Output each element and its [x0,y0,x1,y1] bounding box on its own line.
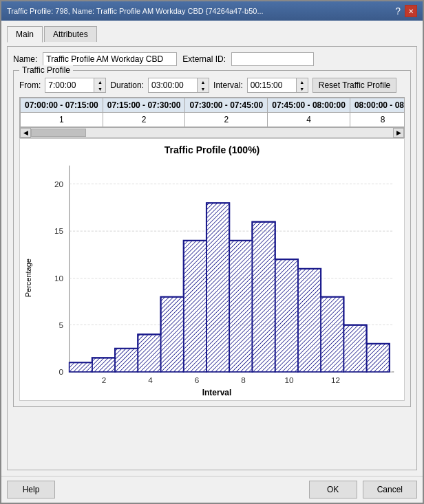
interval-spinner: ▲ ▼ [247,78,308,93]
col-header-0: 07:00:00 - 07:15:00 [21,98,103,113]
ok-button[interactable]: OK [309,481,357,498]
bar-14 [367,344,390,372]
interval-input[interactable] [248,79,296,91]
tab-bar: Main Attributes [7,26,417,42]
name-row: Name: External ID: [13,52,411,66]
x-axis-label: Interval [32,388,401,397]
close-button[interactable]: ✕ [405,5,417,17]
bar-11 [298,269,321,372]
help-icon[interactable]: ? [394,6,402,17]
bottom-bar: Help OK Cancel [1,476,423,503]
tab-main[interactable]: Main [7,26,43,43]
from-label: From: [19,80,41,90]
bar-8 [229,241,252,372]
from-up[interactable]: ▲ [94,78,105,85]
cancel-button[interactable]: Cancel [363,481,417,498]
duration-spinner: ▲ ▼ [148,78,209,93]
cell-0-4: 8 [350,113,405,127]
window-title: Traffic Profile: 798, Name: Traffic Prof… [7,7,394,15]
traffic-profile-section: Traffic Profile From: ▲ ▼ Duration: [13,70,411,407]
external-id-label: External ID: [182,54,226,64]
scroll-thumb[interactable] [31,129,86,137]
help-button[interactable]: Help [7,481,55,498]
duration-arrows: ▲ ▼ [197,78,209,92]
from-spinner: ▲ ▼ [45,78,106,93]
col-header-4: 08:00:00 - 08... [350,98,405,113]
svg-text:2: 2 [102,375,107,384]
title-bar: Traffic Profile: 798, Name: Traffic Prof… [1,1,423,21]
svg-text:5: 5 [59,320,63,329]
chart-area: Percentage [23,158,401,397]
bar-2 [92,358,115,371]
scroll-track[interactable] [31,128,393,138]
table-row: 1 2 2 4 8 [21,113,405,127]
chart-title: Traffic Profile (100%) [165,144,260,155]
table-wrapper: 07:00:00 - 07:15:00 07:15:00 - 07:30:00 … [19,97,405,128]
content-area: Main Attributes Name: External ID: Traff… [1,21,423,476]
col-header-3: 07:45:00 - 08:00:00 [268,98,350,113]
interval-table: 07:00:00 - 07:15:00 07:15:00 - 07:30:00 … [20,98,405,127]
svg-text:10: 10 [54,274,64,283]
table-container: 07:00:00 - 07:15:00 07:15:00 - 07:30:00 … [19,97,405,138]
interval-up[interactable]: ▲ [297,78,308,85]
interval-down[interactable]: ▼ [297,85,308,92]
svg-text:15: 15 [54,226,64,235]
reset-traffic-profile-button[interactable]: Reset Traffic Profile [312,78,396,93]
scroll-right[interactable]: ▶ [393,128,404,138]
horizontal-scrollbar: ◀ ▶ [19,128,405,138]
col-header-1: 07:15:00 - 07:30:00 [103,98,185,113]
duration-label: Duration: [110,80,144,90]
chart-inner: 0 5 10 15 20 2 4 6 [32,158,401,397]
main-tab-panel: Name: External ID: Traffic Profile From:… [7,46,417,470]
interval-label: Interval: [213,80,243,90]
title-bar-controls: ? ✕ [394,5,417,17]
main-window: Traffic Profile: 798, Name: Traffic Prof… [0,0,424,504]
controls-row: From: ▲ ▼ Duration: ▲ ▼ [19,78,405,93]
from-down[interactable]: ▼ [94,85,105,92]
right-buttons: OK Cancel [309,481,417,498]
svg-text:4: 4 [148,375,153,384]
duration-down[interactable]: ▼ [198,85,209,92]
external-id-input[interactable] [231,52,314,66]
svg-text:12: 12 [331,375,340,384]
chart-container: Traffic Profile (100%) Percentage [19,138,405,401]
cell-0-0: 1 [21,113,103,127]
tab-attributes[interactable]: Attributes [44,26,97,42]
cell-0-2: 2 [185,113,268,127]
duration-up[interactable]: ▲ [198,78,209,85]
svg-text:6: 6 [195,375,200,384]
y-axis-label: Percentage [23,158,32,397]
from-arrows: ▲ ▼ [94,78,105,92]
cell-0-1: 2 [103,113,185,127]
bar-7 [206,203,229,372]
svg-text:10: 10 [284,375,294,384]
svg-text:8: 8 [241,375,246,384]
from-input[interactable] [45,79,94,91]
bar-12 [321,297,343,372]
interval-arrows: ▲ ▼ [296,78,308,92]
duration-input[interactable] [149,79,197,91]
bar-6 [184,241,206,372]
svg-text:0: 0 [59,367,63,376]
section-label: Traffic Profile [19,65,73,75]
name-input[interactable] [43,52,177,66]
bar-13 [343,325,366,372]
bar-3 [115,349,138,372]
bar-4 [138,334,160,372]
bar-5 [161,297,184,372]
bar-1 [70,362,92,372]
bar-10 [275,259,298,372]
bar-9 [252,222,275,372]
name-label: Name: [13,54,37,64]
chart-svg: 0 5 10 15 20 2 4 6 [32,158,401,386]
scroll-left[interactable]: ◀ [20,128,31,138]
cell-0-3: 4 [268,113,350,127]
svg-text:20: 20 [54,179,64,188]
col-header-2: 07:30:00 - 07:45:00 [185,98,268,113]
table-header-row: 07:00:00 - 07:15:00 07:15:00 - 07:30:00 … [21,98,405,113]
